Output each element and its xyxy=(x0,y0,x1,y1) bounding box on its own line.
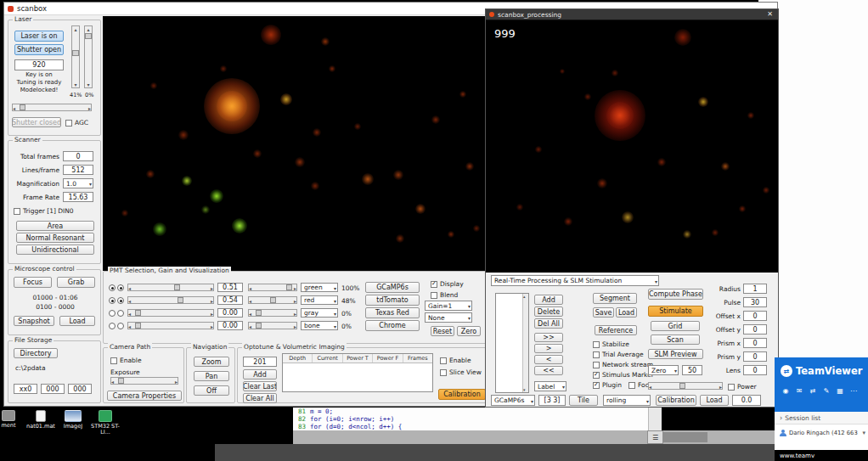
prism-y-field[interactable]: 0 xyxy=(743,351,767,362)
pmt-a-range-slider[interactable] xyxy=(248,284,297,291)
pmt-c-select-radio[interactable] xyxy=(109,310,116,317)
slider-thumb[interactable] xyxy=(118,378,124,384)
pulse-field[interactable]: 30 xyxy=(743,297,767,307)
processing-close-icon[interactable]: ✕ xyxy=(765,10,775,19)
grab-button[interactable]: Grab xyxy=(57,277,95,288)
move-prev-button[interactable]: < xyxy=(534,355,563,364)
pmt-d-preset-button[interactable]: Chrome xyxy=(365,320,420,331)
pmt-c-preset-button[interactable]: Texas Red xyxy=(365,307,420,318)
taskbar-light[interactable] xyxy=(293,430,775,444)
overlay-combo[interactable]: None xyxy=(425,312,472,323)
zero-combo[interactable]: Zero xyxy=(648,365,679,375)
slider-thumb[interactable] xyxy=(178,297,183,303)
pmt-a-color-combo[interactable]: green xyxy=(301,283,338,292)
fluorescence-image-live[interactable] xyxy=(103,16,491,271)
pmt-b-gain-field[interactable]: 0.54 xyxy=(217,295,243,305)
listbox-scrollbar[interactable] xyxy=(522,294,528,392)
total-frames-field[interactable]: 0 xyxy=(63,151,93,161)
slider-thumb[interactable] xyxy=(174,284,180,290)
optotune-add-button[interactable]: Add xyxy=(243,369,277,379)
optotune-calibration-button[interactable]: Calibration xyxy=(438,389,486,400)
desktop-icon-partial[interactable]: ment xyxy=(0,410,24,429)
more-icon[interactable]: ⋯ xyxy=(848,385,859,396)
laser-on-button[interactable]: Laser is on xyxy=(14,31,64,42)
focus-button[interactable]: Focus xyxy=(14,277,52,288)
tile-button[interactable]: Tile xyxy=(569,395,598,406)
session-list-row[interactable]: › Session list xyxy=(775,412,868,424)
trigger-checkbox[interactable]: Trigger [1] DIN0 xyxy=(14,207,74,215)
animal-id-field[interactable]: xx0 xyxy=(14,384,37,394)
slice-view-checkbox[interactable]: Slice View xyxy=(440,368,482,376)
prism-x-field[interactable]: 0 xyxy=(743,338,767,348)
radius-field[interactable]: 1 xyxy=(743,284,767,294)
laser-gdd-slider[interactable] xyxy=(84,25,93,88)
pmt-a-gain-slider[interactable] xyxy=(127,284,214,291)
camera-enable-checkbox[interactable]: Enable xyxy=(110,357,142,364)
chat-icon[interactable]: ✉ xyxy=(794,385,804,396)
roi-listbox[interactable] xyxy=(495,293,529,393)
optotune-enable-checkbox[interactable]: Enable xyxy=(440,357,471,364)
annotate-icon[interactable]: ✎ xyxy=(821,385,831,396)
blend-checkbox[interactable]: Blend xyxy=(431,291,458,299)
slider-thumb[interactable] xyxy=(135,323,141,329)
slider-thumb[interactable] xyxy=(270,297,276,303)
slider-thumb[interactable] xyxy=(20,104,25,110)
pmt-b-select-radio[interactable] xyxy=(109,297,116,304)
normal-resonant-button[interactable]: Normal Resonant xyxy=(16,233,94,243)
grid-button[interactable]: Grid xyxy=(651,321,700,331)
rt-mode-combo[interactable]: Real-Time Processing & SLM Stimulation xyxy=(491,275,659,286)
pmt-a-gain-field[interactable]: 0.51 xyxy=(217,283,243,292)
code-editor[interactable]: 81m = 0; 82for (i=0; i<nrow; i++) 83for … xyxy=(293,408,648,430)
pmt-c-gain-slider[interactable] xyxy=(127,309,214,317)
pmt-b-color-combo[interactable]: red xyxy=(301,295,338,305)
slider-thumb[interactable] xyxy=(286,284,292,290)
slider-thumb[interactable] xyxy=(135,310,141,316)
reference-button[interactable]: Reference xyxy=(595,325,637,335)
processing-titlebar[interactable]: scanbox_processing ✕ xyxy=(486,9,778,20)
power-checkbox[interactable]: Power xyxy=(728,383,757,391)
video-icon[interactable]: ◉ xyxy=(781,385,791,396)
display-checkbox[interactable]: Display xyxy=(431,280,464,288)
laser-tuning-slider[interactable] xyxy=(12,104,92,111)
depth-value-field[interactable]: 201 xyxy=(243,357,277,367)
magnification-combo[interactable]: 1.0 xyxy=(63,178,93,188)
move-next-button[interactable]: > xyxy=(534,344,563,353)
segment-button[interactable]: Segment xyxy=(593,293,637,304)
pmt-a-preset-button[interactable]: GCaMP6s xyxy=(365,282,420,293)
stabilize-checkbox[interactable]: Stabilize xyxy=(593,340,629,348)
slm-load-button[interactable]: Load xyxy=(616,307,637,318)
unidirectional-button[interactable]: Unidirectional xyxy=(16,245,94,255)
offset-y-field[interactable]: 0 xyxy=(743,324,767,335)
zero-button[interactable]: Zero xyxy=(457,326,481,336)
agc-checkbox[interactable]: AGC xyxy=(65,119,88,126)
field-number-field[interactable]: 000 xyxy=(41,384,65,394)
file-number-field[interactable]: 000 xyxy=(68,384,92,394)
compute-phase-button[interactable]: Compute Phase xyxy=(648,289,703,300)
volume-table[interactable]: Depth Current Power T Power F Frames xyxy=(282,353,433,392)
slider-thumb[interactable] xyxy=(72,50,79,56)
clear-all-button[interactable]: Clear All xyxy=(243,393,277,403)
lens-field[interactable]: 0 xyxy=(743,365,767,375)
tile-grid-field[interactable]: [3 3] xyxy=(538,395,566,406)
pmt-d-select-radio[interactable] xyxy=(109,323,116,329)
shutter-closed-button[interactable]: Shutter closed xyxy=(12,117,61,127)
move-first-button[interactable]: >> xyxy=(534,333,563,342)
roi-add-button[interactable]: Add xyxy=(534,295,563,305)
file-transfer-icon[interactable]: ⇄ xyxy=(808,385,818,396)
slider-thumb[interactable] xyxy=(679,383,685,389)
pmt-c-range-slider[interactable] xyxy=(248,309,297,317)
caret-down-icon[interactable]: ▾ xyxy=(862,430,868,436)
laser-power-slider[interactable] xyxy=(71,25,80,88)
offset-x-field[interactable]: 0 xyxy=(743,311,767,321)
slider-thumb[interactable] xyxy=(256,323,262,329)
shutter-open-button[interactable]: Shutter open xyxy=(14,44,64,55)
label-combo[interactable]: Label xyxy=(534,381,566,391)
slm-calibration-button[interactable]: Calibration xyxy=(656,395,696,406)
editor-scrollbar[interactable] xyxy=(648,408,662,430)
indicator-combo[interactable]: GCaMP6s xyxy=(491,395,535,406)
scan-button[interactable]: Scan xyxy=(651,335,700,345)
exposure-slider[interactable] xyxy=(110,377,178,385)
pmt-b-enable-radio[interactable] xyxy=(117,297,124,304)
roi-del-all-button[interactable]: Del All xyxy=(534,318,563,329)
slider-thumb[interactable] xyxy=(85,33,92,39)
